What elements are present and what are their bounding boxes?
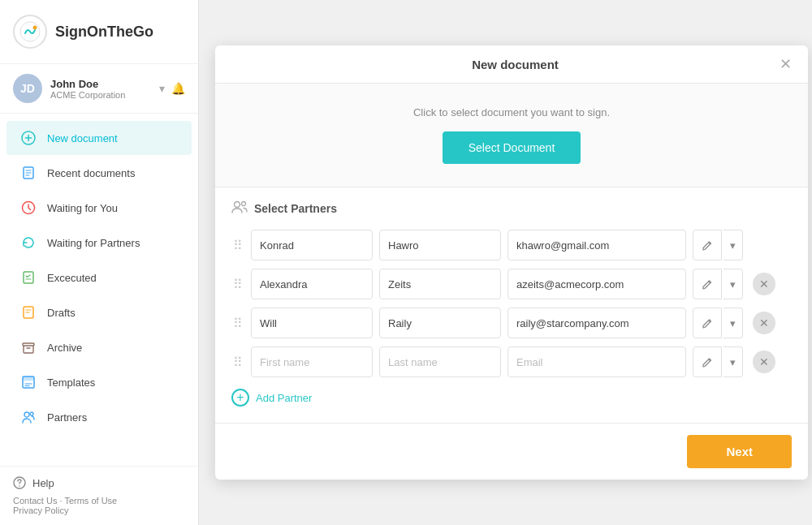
close-button[interactable]: ✕ (780, 57, 792, 71)
edit-button-4[interactable] (693, 346, 722, 377)
user-info: John Doe ACME Corporation (50, 78, 159, 100)
sidebar-item-label-archive: Archive (47, 342, 82, 354)
partner-actions-2: ▾ (693, 269, 743, 299)
drag-handle[interactable]: ⠿ (231, 355, 244, 370)
clock-icon (19, 199, 37, 217)
modal-header: New document ✕ (215, 45, 808, 84)
sidebar-item-label-waiting-for-partners: Waiting for Partners (47, 237, 140, 249)
add-partner-button[interactable]: + Add Partner (231, 385, 312, 410)
sidebar-item-label-executed: Excecuted (47, 272, 97, 284)
help-label: Help (32, 477, 54, 489)
notifications-icon[interactable]: 🔔 (171, 82, 185, 95)
sidebar-item-archive[interactable]: Archive (6, 330, 192, 364)
email-input-3[interactable] (508, 308, 686, 338)
sidebar-item-recent-documents[interactable]: Recent documents (6, 156, 192, 190)
add-partner-label: Add Partner (256, 392, 312, 404)
sidebar-item-label-recent-documents: Recent documents (47, 167, 135, 179)
sidebar-item-label-templates: Templates (47, 377, 95, 389)
user-actions: ▾ 🔔 (159, 82, 185, 95)
svg-rect-9 (23, 377, 34, 381)
modal-title: New document (251, 58, 780, 71)
partner-actions-3: ▾ (693, 308, 743, 338)
archive-icon (19, 338, 37, 356)
partner-actions-1: ▾ (693, 230, 743, 260)
svg-point-11 (30, 412, 33, 415)
svg-point-14 (235, 202, 240, 208)
user-profile: JD John Doe ACME Corporation ▾ 🔔 (0, 64, 198, 114)
sidebar-item-templates[interactable]: Templates (6, 365, 192, 399)
email-input-4[interactable] (508, 346, 686, 377)
note-icon (19, 303, 37, 321)
remove-button-2[interactable]: ✕ (753, 273, 775, 295)
select-document-button[interactable]: Select Document (443, 131, 581, 164)
app-logo-icon (13, 15, 47, 49)
dropdown-button-3[interactable]: ▾ (723, 308, 743, 338)
last-name-input-4[interactable] (379, 346, 501, 377)
remove-button-4[interactable]: ✕ (753, 351, 775, 373)
drag-handle[interactable]: ⠿ (231, 238, 244, 253)
remove-button-3[interactable]: ✕ (753, 312, 775, 334)
svg-rect-5 (24, 272, 33, 283)
sidebar-item-waiting-for-partners[interactable]: Waiting for Partners (6, 226, 192, 260)
main-content: New document ✕ Click to select document … (199, 0, 812, 525)
doc-select-hint: Click to select document you want to sig… (231, 106, 792, 118)
avatar: JD (13, 74, 42, 103)
next-button[interactable]: Next (687, 435, 792, 468)
plus-circle-icon (19, 129, 37, 147)
partners-header-title: Select Partners (254, 202, 337, 215)
last-name-input-1[interactable] (379, 230, 501, 260)
help-button[interactable]: Help (13, 476, 185, 489)
modal-body: Click to select document you want to sig… (215, 84, 808, 423)
refresh-icon (19, 234, 37, 252)
first-name-input-2[interactable] (251, 269, 373, 299)
sidebar-item-drafts[interactable]: Drafts (6, 295, 192, 329)
edit-button-2[interactable] (693, 269, 722, 299)
sidebar-item-label-waiting-for-you: Waiting for You (47, 202, 118, 214)
last-name-input-2[interactable] (379, 269, 501, 299)
document-select-area: Click to select document you want to sig… (215, 84, 808, 187)
partners-section: Select Partners ⠿ ▾ (215, 187, 808, 423)
drag-handle[interactable]: ⠿ (231, 277, 244, 292)
sidebar-nav: New document Recent documents Waiting fo… (0, 114, 198, 466)
contact-us-link[interactable]: Contact Us (13, 496, 57, 506)
dropdown-button-4[interactable]: ▾ (723, 346, 743, 377)
dropdown-icon[interactable]: ▾ (159, 82, 165, 95)
edit-button-1[interactable] (693, 230, 722, 260)
dropdown-button-1[interactable]: ▾ (723, 230, 743, 260)
sidebar-item-executed[interactable]: Excecuted (6, 260, 192, 295)
sidebar-footer: Help Contact Us · Terms of Use Privacy P… (0, 466, 198, 525)
sidebar-item-label-new-document: New document (47, 132, 118, 144)
sidebar-item-new-document[interactable]: New document (6, 121, 192, 155)
partner-row: ⠿ ▾ ✕ (231, 308, 792, 338)
svg-point-15 (242, 202, 246, 206)
template-icon (19, 373, 37, 391)
email-input-2[interactable] (508, 269, 686, 299)
sidebar-item-label-drafts: Drafts (47, 307, 76, 319)
partner-row: ⠿ ▾ ✕ (231, 269, 792, 299)
sidebar: SignOnTheGo JD John Doe ACME Corporation… (0, 0, 199, 525)
privacy-link[interactable]: Privacy Policy (13, 506, 68, 515)
drag-handle[interactable]: ⠿ (231, 316, 244, 331)
first-name-input-1[interactable] (251, 230, 373, 260)
first-name-input-3[interactable] (251, 308, 373, 338)
terms-link[interactable]: Terms of Use (64, 496, 117, 506)
sidebar-item-waiting-for-you[interactable]: Waiting for You (6, 191, 192, 225)
svg-point-1 (33, 26, 37, 30)
partners-header: Select Partners (231, 200, 792, 217)
sidebar-item-partners[interactable]: Partners (6, 400, 192, 434)
partners-header-icon (231, 200, 248, 217)
partner-actions-4: ▾ (693, 346, 743, 377)
partners-icon (19, 408, 37, 426)
add-partner-icon: + (231, 389, 249, 407)
dropdown-button-2[interactable]: ▾ (723, 269, 743, 299)
new-document-modal: New document ✕ Click to select document … (215, 45, 808, 480)
svg-point-13 (19, 485, 20, 487)
partner-row: ⠿ ▾ (231, 230, 792, 260)
first-name-input-4[interactable] (251, 346, 373, 377)
modal-footer: Next (215, 423, 808, 480)
email-input-1[interactable] (508, 230, 686, 260)
edit-button-3[interactable] (693, 308, 722, 338)
user-company: ACME Corporation (50, 90, 159, 100)
svg-point-10 (24, 412, 29, 417)
last-name-input-3[interactable] (379, 308, 501, 338)
